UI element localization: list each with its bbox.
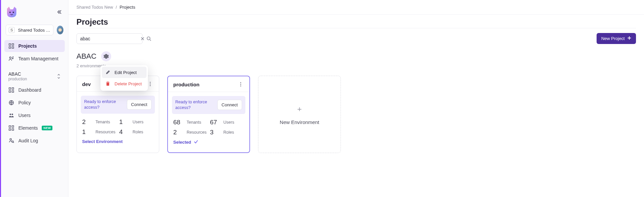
globe-icon <box>8 100 14 106</box>
search-icon[interactable] <box>147 36 151 41</box>
svg-point-22 <box>150 82 151 83</box>
breadcrumb-root[interactable]: Shared Todos New <box>76 5 113 10</box>
enforce-banner: Ready to enforce access? Connect <box>81 96 155 114</box>
audit-icon <box>8 138 14 144</box>
menu-item-label: Edit Project <box>115 70 137 75</box>
users-icon <box>8 112 14 118</box>
main-content: Shared Todos New / Projects Projects New… <box>68 0 644 197</box>
svg-point-13 <box>10 114 11 115</box>
stat-resources-label: Resources <box>95 130 117 134</box>
svg-rect-17 <box>9 129 11 130</box>
select-environment-link[interactable]: Select Environment <box>81 139 155 144</box>
svg-rect-2 <box>9 44 11 45</box>
new-badge: NEW <box>42 126 52 130</box>
enforce-text: Ready to enforce access? <box>84 99 124 110</box>
grid-icon <box>8 43 14 49</box>
stat-roles-label: Roles <box>223 130 244 135</box>
project-name: ABAC <box>76 52 96 61</box>
environment-name: dev <box>82 81 91 87</box>
stat-tenants-label: Tenants <box>187 120 207 125</box>
environment-count: 2 environments <box>76 63 636 68</box>
environment-name: production <box>173 82 199 87</box>
connect-button[interactable]: Connect <box>217 100 242 110</box>
grid-icon <box>8 87 14 93</box>
project-context-menu: Edit Project Delete Project <box>100 65 148 91</box>
svg-point-20 <box>12 141 14 143</box>
stat-users-value: 67 <box>210 119 221 126</box>
team-icon <box>8 56 14 62</box>
page-title: Projects <box>76 17 108 27</box>
sidebar-item-label: Dashboard <box>18 87 41 93</box>
elements-icon <box>8 125 14 131</box>
check-icon <box>194 139 198 145</box>
svg-rect-9 <box>12 88 14 89</box>
workspace-letter: S <box>9 27 15 33</box>
chevron-up-down-icon <box>57 74 61 79</box>
trash-icon <box>105 81 111 86</box>
project-environment-switcher[interactable]: ABAC production <box>4 70 65 84</box>
enforce-text: Ready to enforce access? <box>175 99 215 111</box>
stat-roles-value: 4 <box>119 128 130 136</box>
current-project-name: ABAC <box>8 71 27 77</box>
svg-point-19 <box>10 139 12 140</box>
svg-rect-10 <box>9 91 11 92</box>
sidebar-item-elements[interactable]: Elements NEW <box>4 122 65 134</box>
collapse-sidebar-button[interactable] <box>55 8 63 16</box>
svg-point-6 <box>10 57 11 59</box>
stat-users-value: 1 <box>119 118 130 126</box>
stat-tenants-value: 2 <box>82 118 93 126</box>
gear-icon <box>103 54 109 59</box>
plus-icon: ＋ <box>296 104 303 114</box>
app-logo <box>6 6 18 18</box>
current-environment-name: production <box>8 77 27 81</box>
search-input[interactable] <box>80 36 139 41</box>
sidebar-item-policy[interactable]: Policy <box>4 97 65 109</box>
sidebar-item-audit-log[interactable]: Audit Log <box>4 135 65 147</box>
new-environment-label: New Environment <box>280 119 319 125</box>
environment-card-production[interactable]: production Ready to enforce access? Conn… <box>167 76 250 153</box>
new-environment-card[interactable]: ＋ New Environment <box>258 76 341 153</box>
sidebar-item-dashboard[interactable]: Dashboard <box>4 84 65 96</box>
sidebar-item-users[interactable]: Users <box>4 109 65 121</box>
svg-point-24 <box>150 85 151 86</box>
sidebar-item-label: Projects <box>18 43 37 49</box>
menu-item-delete-project[interactable]: Delete Project <box>102 78 147 89</box>
environment-more-button[interactable] <box>237 81 244 88</box>
sidebar: S Shared Todos … Projects Team Managemen… <box>1 0 68 197</box>
stat-users-label: Users <box>223 120 244 125</box>
project-settings-button[interactable] <box>101 51 111 61</box>
svg-point-21 <box>147 37 150 40</box>
svg-point-14 <box>12 114 13 115</box>
svg-point-25 <box>240 82 241 83</box>
breadcrumb: Shared Todos New / Projects <box>76 5 636 10</box>
svg-rect-8 <box>9 88 11 89</box>
search-box[interactable] <box>76 33 143 44</box>
svg-point-7 <box>12 58 13 59</box>
new-project-label: New Project <box>601 36 625 41</box>
sidebar-item-team-management[interactable]: Team Management <box>4 53 65 65</box>
stat-resources-value: 2 <box>173 129 184 136</box>
menu-item-edit-project[interactable]: Edit Project <box>102 67 147 78</box>
svg-rect-15 <box>9 126 11 127</box>
svg-rect-5 <box>12 47 14 48</box>
connect-button[interactable]: Connect <box>127 99 152 110</box>
avatar[interactable] <box>57 26 63 34</box>
enforce-banner: Ready to enforce access? Connect <box>172 96 245 114</box>
sidebar-item-label: Policy <box>18 100 31 105</box>
svg-rect-18 <box>12 129 14 130</box>
svg-point-0 <box>9 12 11 13</box>
environment-more-button[interactable] <box>147 81 154 87</box>
clear-search-icon[interactable] <box>141 36 145 41</box>
new-project-button[interactable]: New Project <box>597 33 636 44</box>
sidebar-item-projects[interactable]: Projects <box>4 40 65 52</box>
stat-roles-label: Roles <box>133 130 154 134</box>
svg-point-26 <box>240 84 241 85</box>
plus-icon <box>627 36 631 41</box>
sidebar-item-label: Users <box>18 113 31 118</box>
svg-rect-4 <box>9 47 11 48</box>
stat-tenants-label: Tenants <box>95 120 117 124</box>
sidebar-item-label: Team Management <box>18 56 58 61</box>
pencil-icon <box>105 70 111 75</box>
svg-point-1 <box>13 12 14 13</box>
workspace-switcher[interactable]: S Shared Todos … <box>6 25 53 35</box>
